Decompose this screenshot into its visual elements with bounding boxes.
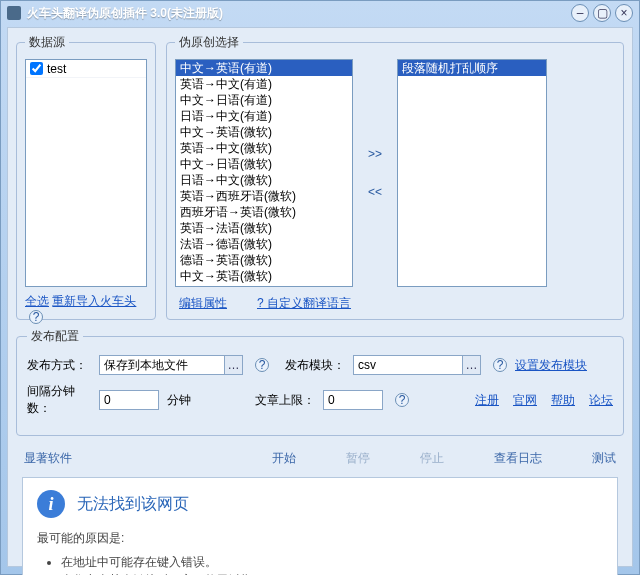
datasource-group: 数据源 test 全选 重新导入火车头 ? [16,34,156,320]
list-option[interactable]: 中文→日语(有道) [176,92,352,108]
client-area: 数据源 test 全选 重新导入火车头 ? 伪原创选择 [7,27,633,567]
info-cause-list: 在地址中可能存在键入错误。当您点击某个链接时，它可能已过期。 [61,553,603,575]
close-button[interactable]: × [615,4,633,22]
edit-attrs-link[interactable]: 编辑属性 [179,295,227,312]
list-option[interactable]: 中文→英语(微软) [176,124,352,140]
method-input[interactable] [99,355,225,375]
log-button[interactable]: 查看日志 [494,450,542,467]
help-icon[interactable]: ? [29,310,43,324]
list-option[interactable]: 德语→英语(微软) [176,252,352,268]
select-all-link[interactable]: 全选 [25,294,49,308]
pause-button[interactable]: 暂停 [346,450,370,467]
method-label: 发布方式： [27,357,91,374]
move-left-button[interactable]: << [368,185,382,199]
list-option[interactable]: 西班牙语→英语(微软) [176,204,352,220]
minimize-button[interactable]: – [571,4,589,22]
datasource-legend: 数据源 [25,34,69,51]
help-icon[interactable]: ? [255,358,269,372]
list-option[interactable]: 日语→中文(有道) [176,108,352,124]
interval-input[interactable] [99,390,159,410]
module-label: 发布模块： [285,357,345,374]
available-list[interactable]: 中文→英语(有道)英语→中文(有道)中文→日语(有道)日语→中文(有道)中文→英… [175,59,353,287]
limit-label: 文章上限： [255,392,315,409]
module-picker[interactable]: … [463,355,481,375]
limit-input[interactable] [323,390,383,410]
publish-legend: 发布配置 [27,328,83,345]
list-item[interactable]: test [26,60,146,78]
maximize-button[interactable]: ▢ [593,4,611,22]
list-option[interactable]: 英语→中文(微软) [176,140,352,156]
selected-list[interactable]: 段落随机打乱顺序 [397,59,547,287]
info-cause-title: 最可能的原因是: [37,530,603,547]
list-option[interactable]: 英语→中文(有道) [176,76,352,92]
selector-legend: 伪原创选择 [175,34,243,51]
interval-label: 间隔分钟数： [27,383,91,417]
method-picker[interactable]: … [225,355,243,375]
app-window: 火车头翻译伪原创插件 3.0(未注册版) – ▢ × 数据源 test 全选 [0,0,640,575]
register-link[interactable]: 注册 [475,392,499,409]
reimport-link[interactable]: 重新导入火车头 [52,294,136,308]
interval-unit: 分钟 [167,392,191,409]
set-module-link[interactable]: 设置发布模块 [515,357,587,374]
list-option[interactable]: 英语→法语(微软) [176,220,352,236]
official-link[interactable]: 官网 [513,392,537,409]
custom-lang-link[interactable]: ? 自定义翻译语言 [257,295,351,312]
start-button[interactable]: 开始 [272,450,296,467]
info-cause-item: 当您点击某个链接时，它可能已过期。 [61,571,603,575]
window-title: 火车头翻译伪原创插件 3.0(未注册版) [27,5,571,22]
info-title: 无法找到该网页 [77,494,189,515]
datasource-label: test [47,62,66,76]
datasource-checkbox[interactable] [30,62,43,75]
info-panel: i 无法找到该网页 最可能的原因是: 在地址中可能存在键入错误。当您点击某个链接… [22,477,618,575]
list-option[interactable]: 日语→中文(微软) [176,172,352,188]
help-icon[interactable]: ? [493,358,507,372]
help-icon[interactable]: ? [395,393,409,407]
list-option[interactable]: 段落随机打乱顺序 [398,60,546,76]
list-option[interactable]: 法语→德语(微软) [176,236,352,252]
module-input[interactable] [353,355,463,375]
test-button[interactable]: 测试 [592,450,616,467]
titlebar: 火车头翻译伪原创插件 3.0(未注册版) – ▢ × [1,1,639,25]
datasource-list[interactable]: test [25,59,147,287]
info-cause-item: 在地址中可能存在键入错误。 [61,553,603,571]
list-option[interactable]: 中文→英语(有道) [176,60,352,76]
list-option[interactable]: 英语→西班牙语(微软) [176,188,352,204]
list-option[interactable]: 中文→日语(微软) [176,156,352,172]
app-icon [7,6,21,20]
selector-group: 伪原创选择 中文→英语(有道)英语→中文(有道)中文→日语(有道)日语→中文(有… [166,34,624,320]
move-right-button[interactable]: >> [368,147,382,161]
stop-button[interactable]: 停止 [420,450,444,467]
list-option[interactable]: 中文→英语(Google) [176,284,352,287]
list-option[interactable]: 中文→英语(微软) [176,268,352,284]
help-link[interactable]: 帮助 [551,392,575,409]
show-soft-button[interactable]: 显著软件 [24,450,72,467]
info-icon: i [37,490,65,518]
publish-group: 发布配置 发布方式： … ? 发布模块： … ? 设置发布模块 间隔分钟数： [16,328,624,436]
forum-link[interactable]: 论坛 [589,392,613,409]
action-bar: 显著软件 开始 暂停 停止 查看日志 测试 [24,450,616,467]
